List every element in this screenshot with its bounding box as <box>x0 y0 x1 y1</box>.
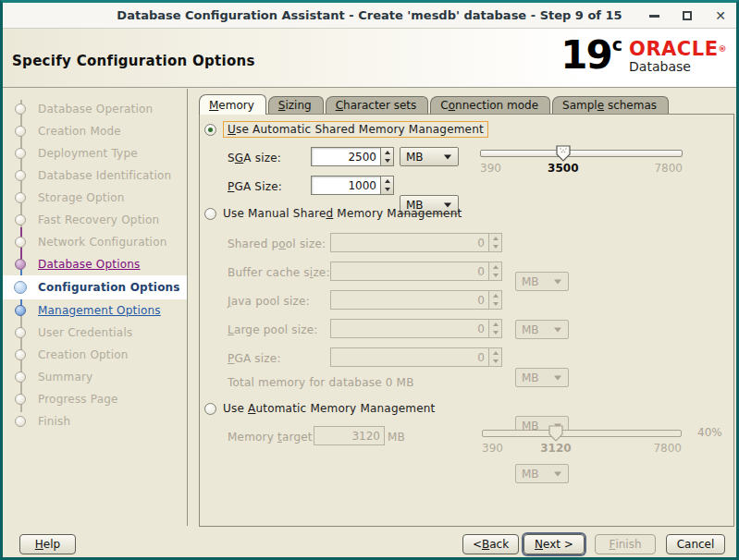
target-slider-min: 390 <box>482 442 503 455</box>
step-bullet <box>15 192 26 203</box>
sidebar-step-deployment-type: Deployment Type <box>3 142 187 164</box>
pga-size-spinner[interactable] <box>381 176 394 195</box>
cancel-button[interactable]: Cancel <box>666 534 725 554</box>
window-title: Database Configuration Assistant - Creat… <box>117 8 622 22</box>
sidebar-step-network-configuration: Network Configuration <box>3 231 187 253</box>
pga-size-label: PGA Size: <box>228 180 282 193</box>
tab-strip: Memory Sizing Character sets Connection … <box>199 94 671 114</box>
step-bullet <box>15 214 26 225</box>
amm-radio[interactable] <box>204 403 216 415</box>
sidebar-step-creation-option: Creation Option <box>3 344 187 366</box>
target-slider-max: 7800 <box>653 442 682 455</box>
steps-list: Database Operation Creation Mode Deploym… <box>3 98 187 432</box>
target-slider-current: 3120 <box>540 442 571 455</box>
step-bullet <box>15 237 26 248</box>
minimize-icon[interactable] <box>646 7 662 24</box>
sga-unit-dropdown[interactable]: MB <box>400 147 459 166</box>
logo-19: 19 <box>560 35 610 76</box>
logo-database-label: Database <box>629 59 727 74</box>
sidebar-step-management-options[interactable]: Management Options <box>3 299 187 322</box>
tab-connection-mode[interactable]: Connection mode <box>430 96 550 114</box>
step-bullet <box>15 103 26 115</box>
sga-size-spinner[interactable] <box>381 147 394 166</box>
sidebar-step-database-options[interactable]: Database Options <box>3 253 187 275</box>
memory-target-slider-track <box>482 430 682 437</box>
large-pool-label: Large pool size: <box>228 323 318 336</box>
step-bullet <box>15 170 26 181</box>
oracle-19c-logo: 19 c ORACLE® Database <box>560 35 727 76</box>
back-button[interactable]: < Back <box>462 534 519 554</box>
sidebar-step-storage-option: Storage Option <box>3 187 187 209</box>
spin-up-icon[interactable] <box>381 148 393 157</box>
sidebar-step-configuration-options[interactable]: Configuration Options <box>3 275 187 299</box>
memory-target-unit: MB <box>388 431 405 444</box>
large-pool-spinner <box>489 319 502 338</box>
sga-size-input[interactable]: 2500 <box>311 147 381 166</box>
asmm-radio-row: Use Automatic Shared Memory Management <box>204 121 488 138</box>
sga-slider: 390 3500 7800 <box>480 150 683 177</box>
tab-memory[interactable]: Memory <box>199 94 266 115</box>
spin-down-icon[interactable] <box>381 186 393 195</box>
sidebar-step-summary: Summary <box>3 366 187 388</box>
sga-slider-current: 3500 <box>548 162 578 175</box>
memory-target-slider: 390 3120 7800 <box>482 430 682 457</box>
sidebar-step-user-credentials: User Credentials <box>3 322 187 344</box>
amm-radio-row: Use Automatic Memory Management <box>204 402 435 415</box>
close-icon[interactable]: ✕ <box>712 7 729 24</box>
shared-pool-spinner <box>489 233 502 252</box>
sga-slider-min: 390 <box>480 162 501 175</box>
pga-size-input[interactable]: 1000 <box>311 176 381 195</box>
chevron-down-icon <box>554 471 561 476</box>
spin-up-icon[interactable] <box>381 177 393 186</box>
asmm-radio-label[interactable]: Use Automatic Shared Memory Management <box>223 121 488 138</box>
wizard-steps-sidebar: Database Operation Creation Mode Deploym… <box>3 89 188 529</box>
spin-down-icon[interactable] <box>381 157 393 166</box>
msmm-radio-label[interactable]: Use Manual Shared Memory Management <box>223 207 462 220</box>
java-pool-input: 0 <box>330 290 489 310</box>
memory-tab-panel: Use Automatic Shared Memory Management S… <box>199 114 734 527</box>
msmm-radio[interactable] <box>204 208 216 220</box>
page-title: Specify Configuration Options <box>12 53 255 69</box>
java-pool-label: Java pool size: <box>228 295 310 308</box>
tab-character-sets[interactable]: Character sets <box>326 96 429 114</box>
buffer-cache-input: 0 <box>330 262 489 281</box>
chevron-down-icon <box>554 327 561 332</box>
memory-target-label: Memory target: <box>228 431 316 444</box>
button-bar: Help < Back Next > Finish Cancel <box>3 526 736 557</box>
sidebar-step-creation-mode: Creation Mode <box>3 120 187 142</box>
step-bullet <box>14 281 27 294</box>
shared-pool-unit-dropdown: MB <box>515 272 569 291</box>
step-bullet <box>15 305 26 316</box>
maximize-icon[interactable] <box>679 7 696 24</box>
msmm-radio-row: Use Manual Shared Memory Management <box>204 207 462 220</box>
window-controls: ✕ <box>646 3 729 29</box>
tab-sizing[interactable]: Sizing <box>268 96 324 114</box>
target-percent-label: 40% <box>697 426 722 439</box>
java-pool-spinner <box>489 290 502 310</box>
step-bullet <box>15 416 26 427</box>
shared-pool-input: 0 <box>330 233 489 252</box>
next-button[interactable]: Next > <box>523 534 585 554</box>
title-bar[interactable]: Database Configuration Assistant - Creat… <box>3 3 736 29</box>
manual-pga-label: PGA size: <box>228 352 281 365</box>
chevron-down-icon <box>554 375 561 380</box>
dbca-window: Database Configuration Assistant - Creat… <box>0 0 739 560</box>
manual-pga-spinner <box>489 347 502 367</box>
buffer-cache-spinner <box>489 262 502 281</box>
amm-radio-label[interactable]: Use Automatic Memory Management <box>223 402 435 415</box>
sidebar-step-fast-recovery-option: Fast Recovery Option <box>3 209 187 231</box>
sga-slider-track[interactable] <box>480 150 683 157</box>
sga-slider-thumb[interactable] <box>556 145 571 162</box>
logo-c: c <box>612 35 622 54</box>
oracle-wordmark: ORACLE® <box>629 40 727 59</box>
sidebar-step-database-operation: Database Operation <box>3 98 187 120</box>
step-bullet <box>15 349 26 360</box>
asmm-radio[interactable] <box>204 124 216 136</box>
sidebar-step-progress-page: Progress Page <box>3 388 187 410</box>
step-bullet <box>15 394 26 405</box>
help-button[interactable]: Help <box>19 534 76 554</box>
tab-sample-schemas[interactable]: Sample schemas <box>552 96 669 114</box>
total-memory-text: Total memory for database 0 MB <box>228 376 414 389</box>
buffer-cache-label: Buffer cache size: <box>228 266 330 279</box>
memory-target-input: 3120 <box>314 426 385 445</box>
